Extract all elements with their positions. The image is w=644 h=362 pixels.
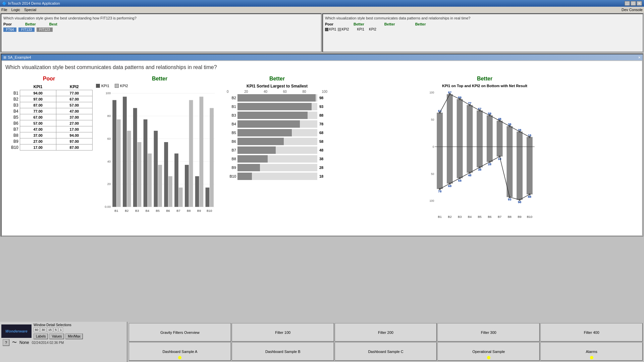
svg-text:B7: B7 — [498, 215, 501, 219]
kpi-ft64: FT64 — [3, 27, 16, 32]
svg-point-90 — [519, 130, 521, 132]
close-btn[interactable]: ✕ — [637, 1, 642, 6]
row-label: B5 — [5, 114, 20, 120]
horiz-bar-row: B9 28 — [227, 164, 327, 171]
bar-chart-svg: 0.0020406080100B1B2B3B4B5B6B7B8B9B10 — [96, 90, 223, 217]
scale-kpi1: KPI1 — [357, 27, 364, 31]
better1-title: Better — [96, 76, 223, 82]
svg-rect-27 — [164, 142, 168, 207]
svg-point-99 — [508, 196, 511, 198]
svg-rect-42 — [437, 113, 443, 147]
svg-rect-62 — [437, 147, 443, 189]
bar-legend: KPI1 KPI2 — [96, 84, 223, 88]
horiz-bar-row: B5 68 — [227, 129, 327, 136]
svg-rect-18 — [133, 108, 137, 207]
svg-point-85 — [469, 104, 471, 106]
svg-point-101 — [529, 193, 531, 195]
maximize-btn[interactable]: □ — [631, 1, 636, 6]
table-row: B9 27.00 97.00 — [5, 138, 93, 144]
svg-rect-80 — [527, 147, 533, 194]
svg-rect-33 — [185, 165, 189, 207]
table-row: B3 87.00 57.00 — [5, 102, 93, 108]
labels-btn[interactable]: Labels — [34, 334, 48, 339]
nav-button[interactable]: Filter 400 — [540, 323, 643, 342]
menu-file[interactable]: File — [1, 8, 7, 12]
svg-text:100: 100 — [106, 92, 111, 95]
horiz-bar-wrap — [237, 129, 317, 136]
label-poor-left: Poor — [3, 22, 12, 26]
dev-console[interactable]: Dev Console — [622, 8, 643, 12]
svg-text:78: 78 — [438, 190, 441, 193]
svg-text:98: 98 — [518, 200, 521, 204]
kpi2-value: 27.00 — [56, 120, 92, 126]
svg-rect-74 — [497, 147, 503, 157]
nav-button[interactable]: Filter 100 — [232, 323, 334, 342]
top-panel-left: Which visualization style gives the best… — [1, 13, 322, 52]
window-icon: ⊞ — [3, 55, 6, 60]
svg-rect-34 — [189, 100, 193, 207]
charts-row: Poor KPI1 KPI2 B1 94.00 77.00 B2 97.00 6… — [5, 76, 639, 233]
wonderware-logo: Wonderware — [1, 324, 32, 338]
nav-button[interactable]: Dashboard Sample B — [232, 342, 334, 361]
row-label: B6 — [5, 120, 20, 126]
svg-point-97 — [489, 161, 491, 163]
bottom-left: Wonderware Window Detail Selections 60 3… — [0, 322, 127, 362]
help-btn[interactable]: ? — [3, 339, 9, 346]
window-close-btn[interactable]: ✕ — [638, 56, 641, 59]
top-section: Which visualization style gives the best… — [0, 13, 644, 53]
horiz-bar-row: B7 48 — [227, 146, 327, 154]
svg-text:93: 93 — [508, 198, 511, 201]
menu-bar: File Logic Special Dev Console — [0, 7, 644, 13]
nav-button[interactable]: Filter 300 — [437, 323, 540, 342]
nav-button[interactable]: Gravity Filters Overview — [129, 323, 231, 342]
horiz-row-value: 28 — [319, 166, 327, 170]
nav-indicator — [590, 356, 593, 359]
label-better2-right: Better — [384, 22, 395, 26]
horiz-row-value: 88 — [319, 113, 327, 117]
better2-title: Better — [227, 76, 327, 82]
horiz-row-label: B2 — [227, 96, 236, 100]
minimize-btn[interactable]: _ — [625, 1, 630, 6]
nav-button[interactable]: Alarms — [540, 342, 643, 361]
bar-chart-area: 0.0020406080100B1B2B3B4B5B6B7B8B9B10 — [96, 90, 223, 217]
nav-button[interactable]: Operational Sample — [437, 342, 540, 361]
horiz-bar-row: B6 58 — [227, 138, 327, 145]
nav-button[interactable]: Dashboard Sample A — [129, 342, 231, 361]
minmax-btn[interactable]: Min/Max — [65, 334, 83, 339]
values-btn[interactable]: Values — [49, 334, 64, 339]
svg-point-98 — [499, 156, 501, 158]
legend-kpi1-bar: KPI1 — [96, 84, 109, 88]
horiz-bar-fill — [237, 129, 292, 136]
horiz-bar-wrap — [237, 120, 317, 128]
svg-rect-37 — [200, 97, 204, 207]
svg-rect-39 — [206, 188, 210, 207]
horiz-bar-fill — [237, 155, 268, 163]
svg-rect-72 — [487, 147, 493, 162]
horiz-chart-title: KPI1 Sorted Largest to Smallest — [227, 84, 327, 88]
nav-button[interactable]: Dashboard Sample C — [335, 342, 437, 361]
horiz-bar-wrap — [237, 146, 317, 154]
nav-indicator — [178, 356, 181, 359]
svg-rect-15 — [123, 97, 127, 207]
horiz-bar-wrap — [237, 173, 317, 180]
svg-rect-66 — [457, 147, 463, 178]
nav-button[interactable]: Filter 200 — [335, 323, 437, 342]
horiz-bar-wrap — [237, 94, 317, 102]
svg-text:B5: B5 — [156, 209, 160, 213]
horiz-scale: 020406080100 — [227, 90, 327, 94]
row-label: B9 — [5, 138, 20, 144]
menu-special[interactable]: Special — [24, 8, 36, 12]
svg-rect-25 — [158, 165, 162, 207]
better3-title: Better — [331, 76, 639, 82]
label-best-left: Best — [49, 22, 57, 26]
svg-rect-16 — [127, 131, 131, 207]
horiz-row-value: 78 — [319, 122, 327, 126]
top-question-right: Which visualization style best communica… — [325, 16, 641, 20]
kpi1-value: 94.00 — [20, 90, 56, 96]
horiz-bar-fill — [237, 164, 260, 171]
window-id: SA_Example4 — [8, 55, 31, 59]
svg-point-86 — [479, 109, 481, 111]
horiz-bar-fill — [237, 146, 276, 154]
num-1: 1 — [59, 327, 63, 332]
menu-logic[interactable]: Logic — [11, 8, 20, 12]
